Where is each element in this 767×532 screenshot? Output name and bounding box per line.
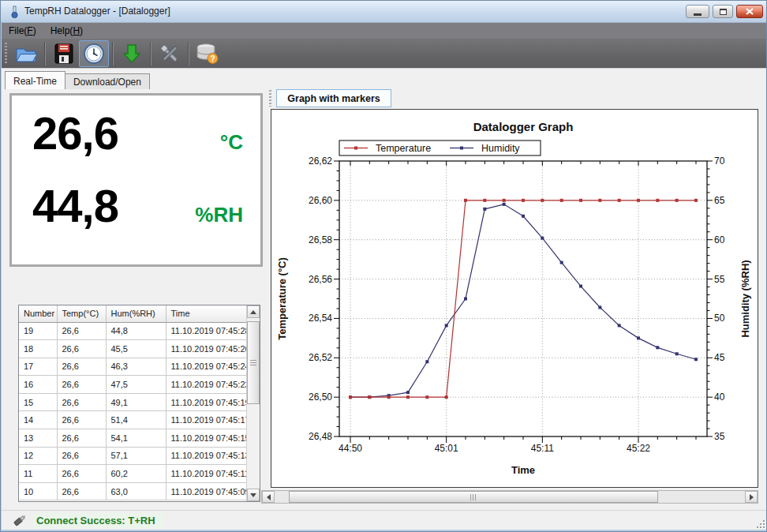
resize-grip[interactable] <box>754 518 765 528</box>
table-cell: 11.10.2019 07:45:13 <box>166 447 246 465</box>
table-cell: 14 <box>19 411 57 429</box>
save-floppy-icon <box>52 42 76 66</box>
tab-real-time[interactable]: Real-Time <box>5 71 65 89</box>
realtime-button[interactable] <box>79 40 109 67</box>
scroll-down-button[interactable] <box>247 489 260 501</box>
download-button[interactable] <box>117 40 147 67</box>
table-cell: 11.10.2019 07:45:19 <box>166 393 246 411</box>
table-row[interactable]: 1726,646,311.10.2019 07:45:24 <box>19 358 246 376</box>
maximize-button[interactable] <box>713 5 733 18</box>
readout-panel: 26,6 °C 44,8 %RH <box>9 93 263 267</box>
humidity-readout: 44,8 %RH <box>32 179 243 249</box>
chart-scrollbar-thumb[interactable] <box>289 491 658 503</box>
settings-button[interactable] <box>155 40 185 67</box>
database-help-icon: ? <box>196 42 219 66</box>
table-cell: 51,4 <box>106 411 166 429</box>
table-cell: 11.10.2019 07:45:22 <box>166 376 246 394</box>
toolbar-separator <box>44 42 46 66</box>
toolbar-grip[interactable] <box>5 43 7 65</box>
svg-text:70: 70 <box>714 155 725 167</box>
close-icon <box>746 8 754 15</box>
svg-text:55: 55 <box>714 274 725 285</box>
temperature-unit: °C <box>220 130 243 155</box>
table-row[interactable]: 1526,649,111.10.2019 07:45:19 <box>19 393 246 411</box>
graph-toolbar-grip[interactable] <box>269 90 271 107</box>
thumb-grip-icon <box>470 494 477 500</box>
svg-text:60: 60 <box>714 234 725 245</box>
scroll-left-icon <box>267 494 271 500</box>
download-arrow-icon <box>120 42 144 66</box>
humidity-unit: %RH <box>195 203 243 227</box>
chart-h-scrollbar[interactable] <box>261 490 758 504</box>
table-row[interactable]: 1626,647,511.10.2019 07:45:22 <box>19 376 246 394</box>
menu-help[interactable]: Help(H) <box>43 24 90 38</box>
graph-with-markers-button[interactable]: Graph with markers <box>276 89 391 107</box>
close-button[interactable] <box>736 5 763 18</box>
tools-settings-icon <box>158 42 181 66</box>
window-title: TempRH Datalogger - [Datalogger] <box>24 6 170 17</box>
titlebar: TempRH Datalogger - [Datalogger] <box>1 1 766 23</box>
table-cell: 11.10.2019 07:45:15 <box>166 429 246 448</box>
table-cell: 11.10.2019 07:45:24 <box>166 358 246 376</box>
usb-connector-icon <box>13 514 27 526</box>
table-cell: 26,6 <box>57 376 106 394</box>
table-row[interactable]: 1226,657,111.10.2019 07:45:13 <box>19 447 246 465</box>
temperature-value: 26,6 <box>32 107 118 159</box>
data-query-button[interactable]: ? <box>193 40 223 67</box>
table-row[interactable]: 1326,654,111.10.2019 07:45:15 <box>19 429 246 448</box>
table-row[interactable]: 1426,651,411.10.2019 07:45:17 <box>19 411 246 429</box>
table-cell: 49,1 <box>106 393 166 411</box>
table-cell: 63,0 <box>106 482 166 500</box>
svg-text:45: 45 <box>714 352 725 363</box>
save-button[interactable] <box>49 40 79 67</box>
table-cell: 26,6 <box>57 358 106 376</box>
minimize-button[interactable] <box>686 5 709 18</box>
svg-text:Humidity: Humidity <box>481 143 520 154</box>
scroll-right-button[interactable] <box>745 491 758 503</box>
table-row[interactable]: 1826,645,511.10.2019 07:45:26 <box>19 340 246 358</box>
scroll-left-button[interactable] <box>262 491 275 503</box>
minimize-icon <box>694 13 702 16</box>
scroll-up-button[interactable] <box>247 305 260 318</box>
scroll-up-icon <box>250 310 256 314</box>
open-folder-icon <box>14 42 38 66</box>
svg-text:Temperature: Temperature <box>376 143 431 154</box>
tabstrip: Real-Time Download/Open <box>5 70 150 89</box>
svg-text:26,54: 26,54 <box>309 313 332 324</box>
table-header-cell[interactable]: Temp(°C) <box>57 305 106 322</box>
table-cell: 13 <box>19 429 57 448</box>
chart-panel: 26,4826,5026,5226,5426,5626,5826,6026,62… <box>271 109 758 488</box>
open-file-button[interactable] <box>11 40 41 67</box>
table-header-cell[interactable]: Hum(%RH) <box>106 305 166 322</box>
toolbar-separator <box>188 42 189 66</box>
menu-file[interactable]: File(F) <box>2 24 43 38</box>
table-cell: 26,6 <box>57 465 106 483</box>
table-cell: 10 <box>19 482 57 500</box>
svg-text:45:11: 45:11 <box>531 443 554 454</box>
table-cell: 26,6 <box>57 411 106 429</box>
table-scrollbar[interactable] <box>246 305 260 501</box>
humidity-value: 44,8 <box>32 179 118 232</box>
table-cell: 60,2 <box>106 465 166 483</box>
table-row[interactable]: 1026,663,011.10.2019 07:45:09 <box>19 482 246 500</box>
table-cell: 11 <box>19 465 57 483</box>
table-cell: 26,6 <box>57 447 106 465</box>
svg-text:44:50: 44:50 <box>339 443 362 454</box>
table-cell: 46,3 <box>106 358 166 376</box>
status-message: Connect Success: T+RH <box>33 513 163 528</box>
table-row[interactable]: 1126,660,211.10.2019 07:45:11 <box>19 465 246 483</box>
table-row[interactable]: 1926,644,811.10.2019 07:45:28 <box>19 322 246 340</box>
svg-text:26,58: 26,58 <box>309 234 332 245</box>
thermometer-icon <box>9 6 20 18</box>
table-header-cell[interactable]: Number <box>19 305 57 322</box>
svg-text:26,52: 26,52 <box>309 352 332 363</box>
table-header-cell[interactable]: Time <box>166 305 246 322</box>
statusbar: Connect Success: T+RH <box>2 510 767 530</box>
svg-text:40: 40 <box>714 392 725 403</box>
tab-download-open[interactable]: Download/Open <box>65 73 150 89</box>
table-scrollbar-thumb[interactable] <box>247 321 260 404</box>
toolbar: ? <box>2 39 767 69</box>
client-area: Real-Time Download/Open 26,6 °C 44,8 %RH… <box>2 69 767 510</box>
svg-text:?: ? <box>210 54 215 63</box>
svg-text:26,50: 26,50 <box>309 392 332 403</box>
